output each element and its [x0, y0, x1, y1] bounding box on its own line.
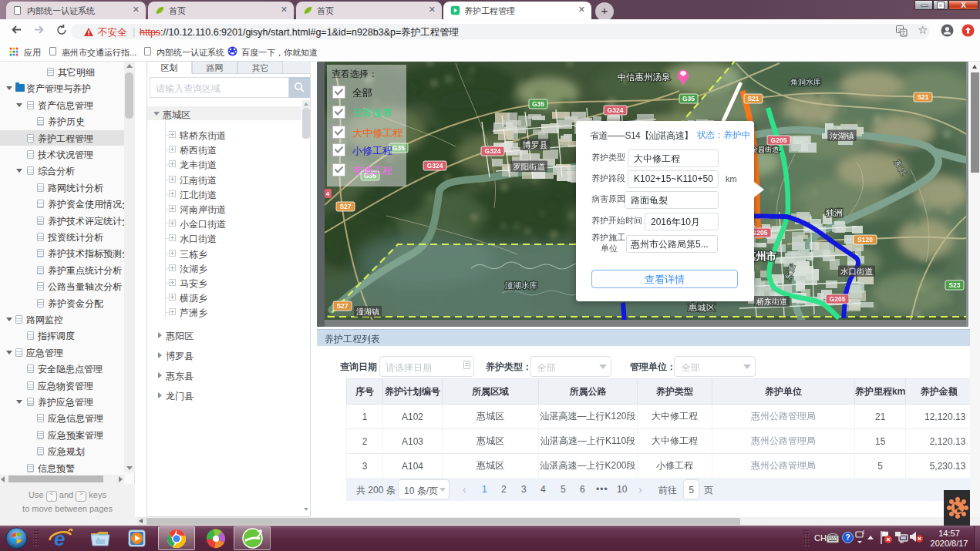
svg-text:G205: G205	[830, 295, 846, 303]
svg-text:中信惠州汤泉: 中信惠州汤泉	[618, 72, 671, 82]
svg-text:罗阳街道: 罗阳街道	[513, 162, 546, 171]
svg-text:水口街道: 水口街道	[840, 267, 874, 276]
svg-text:4: 4	[326, 190, 330, 197]
svg-text:G35: G35	[682, 95, 695, 102]
svg-text:独洲: 独洲	[826, 208, 843, 217]
svg-text:角洞水库: 角洞水库	[790, 78, 821, 86]
svg-text:G35: G35	[532, 100, 544, 108]
svg-text:文: 文	[901, 29, 907, 35]
svg-text:S23: S23	[948, 281, 960, 289]
svg-text:博罗县: 博罗县	[523, 140, 548, 150]
svg-text:潼湖镇: 潼湖镇	[356, 307, 379, 316]
svg-text:汝湖镇: 汝湖镇	[830, 131, 854, 140]
svg-text:G324: G324	[485, 147, 501, 155]
svg-text:金园街道: 金园街道	[751, 146, 779, 153]
svg-text:G324: G324	[427, 162, 443, 170]
svg-text:G205: G205	[771, 136, 787, 144]
svg-text:S120: S120	[857, 236, 873, 244]
svg-text:惠城区: 惠城区	[688, 303, 716, 312]
svg-text:S27: S27	[339, 203, 351, 210]
svg-text:潼湖水库: 潼湖水库	[505, 281, 538, 290]
svg-text:S27: S27	[336, 302, 348, 310]
svg-text:S21: S21	[747, 95, 759, 102]
svg-text:桥东街道: 桥东街道	[756, 297, 787, 306]
svg-text:e: e	[54, 527, 65, 549]
svg-text:S21: S21	[917, 93, 928, 101]
svg-text:G324: G324	[608, 106, 624, 114]
svg-text:?: ?	[845, 533, 850, 542]
